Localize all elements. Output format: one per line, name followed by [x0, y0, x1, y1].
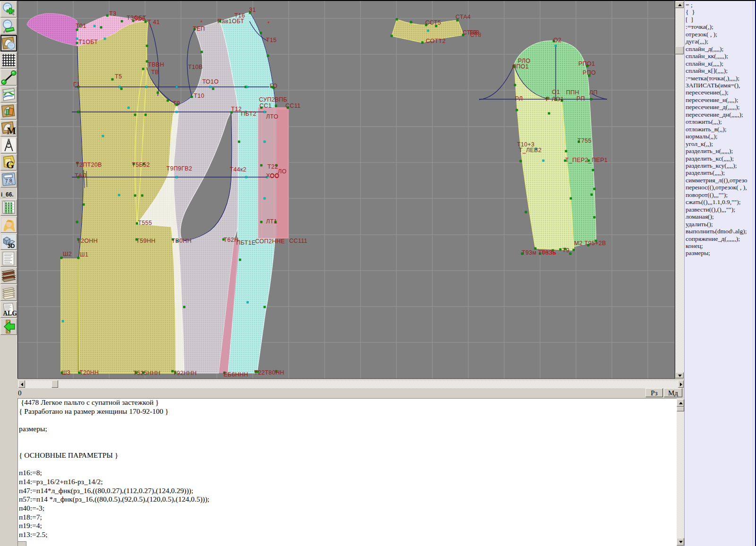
svg-text:ТВ0НН: ТВ0НН [172, 238, 191, 244]
svg-text:Т15: Т15 [266, 37, 276, 43]
svg-text:СС11: СС11 [285, 102, 301, 109]
svg-text:ПБТ1Е: ПБТ1Е [236, 239, 256, 246]
svg-text:ТЕП: ТЕП [193, 26, 205, 32]
svg-text:Т5Б52: Т5Б52 [132, 162, 150, 168]
svg-text:Т_ЛЕВ2: Т_ЛЕВ2 [519, 147, 541, 154]
svg-text:Пав1ОБТ: Пав1ОБТ [217, 18, 244, 25]
svg-text:Т6ЗЬ: Т6ЗЬ [541, 249, 557, 256]
svg-text:Т3: Т3 [109, 10, 116, 17]
svg-text:31: 31 [249, 7, 256, 13]
svg-text:ТАЛ: ТАЛ [75, 172, 86, 179]
svg-text:7 8: 7 8 [5, 178, 12, 184]
svg-text:СОТТ2: СОТТ2 [426, 38, 446, 44]
svg-text:G: G [6, 159, 14, 170]
svg-text:Т59НН: Т59НН [136, 238, 155, 244]
svg-text:ГО: ГО [270, 83, 277, 89]
svg-text:Т755: Т755 [577, 137, 592, 144]
svg-text:ПБТ2: ПБТ2 [241, 111, 256, 117]
svg-text:РП: РП [576, 95, 585, 102]
svg-text:РПО: РПО [583, 69, 596, 76]
svg-text:Т16: Т16 [234, 12, 245, 19]
svg-text:СС1: СС1 [259, 102, 272, 109]
svg-text:Т5: Т5 [115, 73, 122, 80]
svg-text:Ш2: Ш2 [63, 251, 72, 257]
svg-text:*: * [135, 14, 137, 21]
svg-text:Р ЛО1: Р ЛО1 [546, 96, 564, 102]
svg-text:Ш3: Ш3 [61, 369, 70, 376]
svg-text:Т22: Т22 [267, 163, 278, 170]
svg-text:Т12: Т12 [231, 106, 241, 112]
svg-text:*: * [200, 19, 203, 26]
svg-text:Т555: Т555 [138, 220, 152, 226]
svg-text:Т_ПЕР2_ПЕР1: Т_ПЕР2_ПЕР1 [565, 157, 608, 163]
svg-text:3D: 3D [8, 243, 15, 249]
svg-text:СОП2ННЕ: СОП2ННЕ [255, 238, 285, 245]
svg-text:ALG: ALG [3, 310, 17, 317]
svg-text:Т2ПТ20В: Т2ПТ20В [76, 162, 102, 168]
svg-text:Т44к2: Т44к2 [230, 166, 246, 173]
svg-text:Т9: Т9 [562, 247, 569, 254]
svg-text:Т20НН: Т20НН [79, 369, 99, 376]
svg-text:Т9П9ГВ2: Т9П9ГВ2 [166, 165, 192, 172]
svg-text:Т93м: Т93м [522, 249, 536, 256]
svg-text:ЕБ6ННН: ЕБ6ННН [223, 371, 248, 378]
svg-text:СУП2ВПБ: СУП2ВПБ [259, 96, 287, 103]
svg-text:Т9: Т9 [173, 100, 180, 107]
svg-text:Т2ОНН: Т2ОНН [77, 238, 98, 244]
svg-text:О1: О1 [552, 89, 560, 95]
svg-text:ЛП: ЛП [589, 89, 598, 96]
svg-text:РПО1: РПО1 [578, 60, 595, 67]
svg-text:СС111: СС111 [289, 238, 308, 244]
svg-text:Т10: Т10 [194, 93, 204, 99]
svg-text:ЛПО1: ЛПО1 [512, 63, 529, 70]
svg-text:Т1ОБТ: Т1ОБТ [78, 39, 98, 45]
svg-text:Т92ННН: Т92ННН [173, 370, 197, 376]
svg-text:СТА4: СТА4 [455, 14, 471, 20]
svg-text:Т525ННН: Т525ННН [133, 370, 161, 376]
svg-text:ЛТ1: ЛТ1 [266, 218, 277, 225]
svg-text:*: * [267, 20, 270, 27]
svg-text:ППН: ППН [566, 89, 579, 96]
svg-text:Ш1: Ш1 [79, 251, 88, 258]
svg-text:*: * [149, 24, 152, 31]
svg-text:ОО: ОО [270, 173, 279, 179]
svg-text:Т01: Т01 [76, 23, 86, 29]
svg-text:М2 Т95+2В: М2 Т95+2В [574, 240, 606, 247]
svg-text:Т22Т80НН: Т22Т80НН [254, 369, 284, 376]
svg-text:ТО1О: ТО1О [202, 78, 219, 85]
svg-text:ТВ: ТВ [151, 69, 159, 76]
svg-text:ТВВН: ТВВН [148, 61, 164, 68]
svg-text:ЛТО: ЛТО [266, 113, 278, 120]
svg-text:ССТ5: ССТ5 [425, 19, 441, 26]
svg-text:M: M [7, 126, 16, 136]
svg-text:О2: О2 [553, 37, 561, 43]
svg-text:Г1: Г1 [73, 81, 80, 88]
svg-text:СТ8: СТ8 [470, 32, 481, 38]
svg-text:РЛ: РЛ [515, 95, 523, 102]
svg-text:Т10В: Т10В [188, 64, 203, 70]
